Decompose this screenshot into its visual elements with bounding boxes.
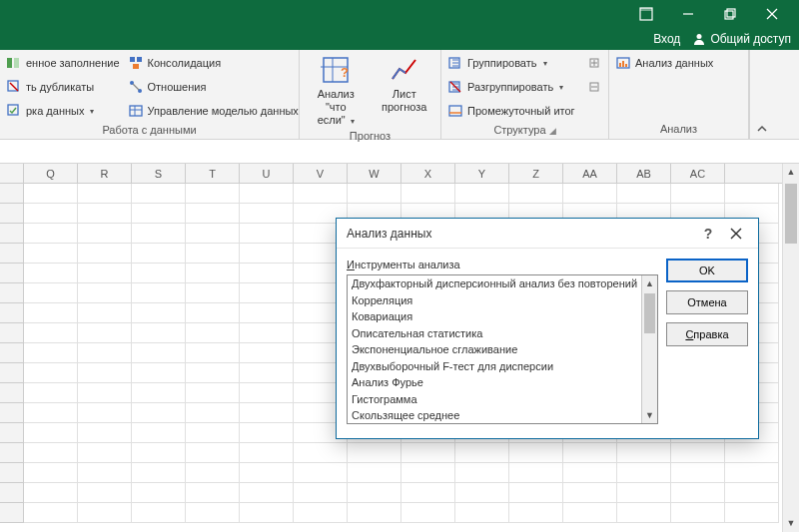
cell[interactable] [132, 403, 186, 423]
subtotal-button[interactable]: Промежуточный итог [447, 100, 602, 122]
column-header[interactable]: AA [563, 164, 617, 183]
cell[interactable] [240, 204, 294, 224]
what-if-analysis-button[interactable]: ? Анализ "чтоесли" ▾ [306, 52, 367, 128]
column-header[interactable]: X [401, 164, 455, 183]
dialog-close-button[interactable] [722, 222, 750, 246]
cell[interactable] [186, 423, 240, 443]
listbox-item[interactable]: Корреляция [348, 292, 641, 309]
scroll-up-icon[interactable]: ▲ [783, 164, 799, 181]
cell[interactable] [240, 244, 294, 264]
cell[interactable] [24, 443, 78, 463]
column-header[interactable]: S [132, 164, 186, 183]
cell[interactable] [186, 483, 240, 503]
cell[interactable] [78, 443, 132, 463]
cell[interactable] [617, 443, 671, 463]
cell[interactable] [725, 184, 779, 204]
cell[interactable] [509, 463, 563, 483]
cell[interactable] [186, 184, 240, 204]
cell[interactable] [24, 463, 78, 483]
cell[interactable] [78, 463, 132, 483]
ok-button[interactable]: OK [666, 259, 748, 282]
cell[interactable] [455, 503, 509, 523]
cell[interactable] [132, 204, 186, 224]
cell[interactable] [186, 463, 240, 483]
cell[interactable] [401, 503, 455, 523]
cell[interactable] [401, 443, 455, 463]
cell[interactable] [294, 184, 348, 204]
cell[interactable] [78, 423, 132, 443]
cell[interactable] [240, 423, 294, 443]
cell[interactable] [24, 323, 78, 343]
scrollbar-thumb[interactable] [644, 293, 655, 333]
cell[interactable] [186, 403, 240, 423]
listbox-item[interactable]: Двухвыборочный F-тест для дисперсии [348, 358, 641, 375]
cell[interactable] [186, 244, 240, 264]
column-header[interactable]: T [186, 164, 240, 183]
vertical-scrollbar[interactable]: ▲ ▼ [782, 164, 799, 532]
cell[interactable] [186, 443, 240, 463]
cell[interactable] [563, 483, 617, 503]
cell[interactable] [24, 423, 78, 443]
cell[interactable] [240, 303, 294, 323]
cell[interactable] [24, 363, 78, 383]
manage-data-model-button[interactable]: Управление моделью данных [128, 100, 299, 122]
cell[interactable] [240, 283, 294, 303]
cell[interactable] [132, 423, 186, 443]
listbox-item[interactable]: Экспоненциальное сглаживание [348, 341, 641, 358]
cell[interactable] [671, 503, 725, 523]
remove-duplicates-button[interactable]: ть дубликаты [6, 76, 120, 98]
cell[interactable] [24, 303, 78, 323]
cell[interactable] [78, 224, 132, 244]
cell[interactable] [240, 463, 294, 483]
flash-fill-button[interactable]: енное заполнение [6, 52, 120, 74]
cell[interactable] [455, 483, 509, 503]
cell[interactable] [455, 184, 509, 204]
cell[interactable] [401, 184, 455, 204]
cell[interactable] [78, 264, 132, 283]
cell[interactable] [348, 463, 401, 483]
row-header[interactable] [0, 403, 24, 423]
cell[interactable] [132, 443, 186, 463]
cell[interactable] [617, 463, 671, 483]
cell[interactable] [240, 443, 294, 463]
scrollbar-thumb[interactable] [785, 184, 797, 244]
cell[interactable] [617, 483, 671, 503]
column-header[interactable]: AB [617, 164, 671, 183]
cell[interactable] [240, 383, 294, 403]
cell[interactable] [455, 463, 509, 483]
cell[interactable] [240, 363, 294, 383]
cell[interactable] [617, 184, 671, 204]
cell[interactable] [132, 383, 186, 403]
cell[interactable] [78, 343, 132, 363]
cell[interactable] [132, 483, 186, 503]
cell[interactable] [294, 463, 348, 483]
cell[interactable] [671, 463, 725, 483]
cell[interactable] [725, 503, 779, 523]
share-button[interactable]: Общий доступ [692, 32, 791, 46]
cell[interactable] [78, 403, 132, 423]
cell[interactable] [24, 343, 78, 363]
cell[interactable] [132, 463, 186, 483]
listbox-item[interactable]: Скользящее среднее [348, 407, 641, 423]
cell[interactable] [186, 323, 240, 343]
column-header[interactable]: Z [509, 164, 563, 183]
cell[interactable] [240, 224, 294, 244]
cell[interactable] [24, 244, 78, 264]
cell[interactable] [186, 343, 240, 363]
row-header[interactable] [0, 483, 24, 503]
cell[interactable] [563, 184, 617, 204]
column-header[interactable]: U [240, 164, 294, 183]
row-header[interactable] [0, 224, 24, 244]
dialog-title-bar[interactable]: Анализ данных ? [337, 219, 758, 249]
cell[interactable] [78, 244, 132, 264]
row-header[interactable] [0, 283, 24, 303]
cell[interactable] [509, 443, 563, 463]
cell[interactable] [132, 303, 186, 323]
scroll-up-icon[interactable]: ▲ [642, 275, 657, 291]
cell[interactable] [294, 503, 348, 523]
scroll-down-icon[interactable]: ▼ [642, 407, 657, 423]
cell[interactable] [78, 204, 132, 224]
cell[interactable] [24, 503, 78, 523]
cell[interactable] [132, 264, 186, 283]
cell[interactable] [617, 503, 671, 523]
